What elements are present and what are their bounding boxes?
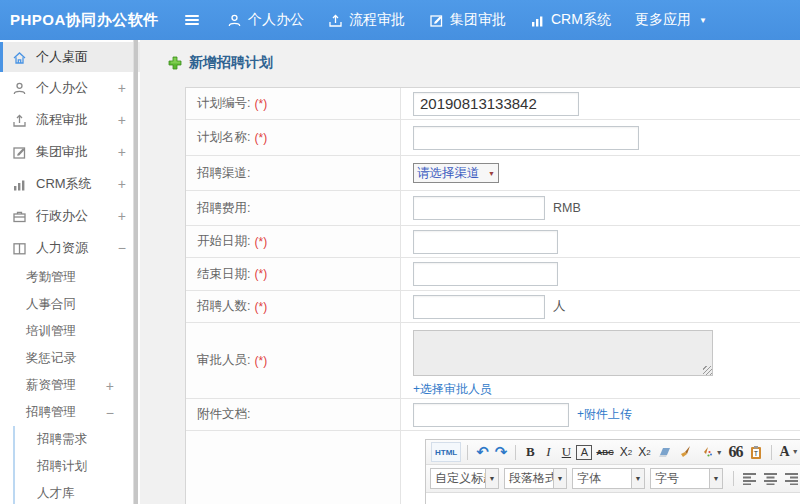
form-row-fee: 招聘费用: RMB <box>186 191 800 226</box>
font-family-select[interactable]: 字体▼ <box>572 468 645 489</box>
field-label: 开始日期: <box>197 233 250 250</box>
required-marker: (*) <box>254 267 267 281</box>
expand-toggle[interactable]: + <box>118 112 126 128</box>
form-row-headcount: 招聘人数:(*) 人 <box>186 291 800 323</box>
sidebar-item-label: 招聘需求 <box>37 431 87 448</box>
sidebar-item-recruit-plan[interactable]: 招聘计划 <box>15 453 140 480</box>
caret-down-icon: ▼ <box>716 449 723 456</box>
form-row-content-editor: HTML ↶ ↷ B I U A ABC X2 X2 <box>186 431 800 504</box>
paragraph-format-select[interactable]: 段落格式▼ <box>504 468 567 489</box>
sidebar-item-label: 行政办公 <box>36 207 88 225</box>
sidebar-item-personal-office[interactable]: 个人办公 + <box>0 72 140 104</box>
hamburger-menu-icon[interactable] <box>185 15 199 26</box>
topnav-label: 流程审批 <box>349 11 405 29</box>
font-size-select[interactable]: 字号▼ <box>650 468 723 489</box>
form-row-plan-name: 计划名称:(*) <box>186 120 800 156</box>
topnav-personal-office[interactable]: 个人办公 <box>227 11 304 29</box>
italic-button[interactable]: I <box>540 442 556 462</box>
align-left-button[interactable] <box>740 469 759 489</box>
sidebar-item-label: 招聘计划 <box>37 458 87 475</box>
topnav-label: 集团审批 <box>450 11 506 29</box>
sidebar-item-label: 人事合同 <box>26 296 76 313</box>
expand-toggle[interactable]: + <box>106 378 114 394</box>
sidebar-item-training[interactable]: 培训管理 <box>0 318 140 345</box>
sidebar-item-personal-desktop[interactable]: 个人桌面 <box>0 42 140 72</box>
top-nav: 个人办公 流程审批 集团审批 CRM系统 更多应用 ▼ <box>227 11 731 29</box>
sidebar-item-label: 集团审批 <box>36 143 88 161</box>
collapse-toggle[interactable]: − <box>118 240 126 256</box>
superscript-button[interactable]: X2 <box>618 442 634 462</box>
caret-down-icon: ▼ <box>553 469 566 488</box>
format-painter-button[interactable]: ▼ <box>697 442 725 462</box>
sidebar-item-group-approval[interactable]: 集团审批 + <box>0 136 140 168</box>
choose-approvers-link[interactable]: +选择审批人员 <box>413 381 492 398</box>
strikethrough-button[interactable]: ABC <box>594 442 615 462</box>
topnav-group-approval[interactable]: 集团审批 <box>429 11 506 29</box>
redo-button[interactable]: ↷ <box>493 442 510 462</box>
sidebar-item-rewards[interactable]: 奖惩记录 <box>0 345 140 372</box>
home-icon <box>12 50 27 65</box>
headcount-unit: 人 <box>553 298 566 315</box>
required-marker: (*) <box>254 97 267 111</box>
align-center-button[interactable] <box>761 469 780 489</box>
plus-green-icon <box>168 56 182 70</box>
sidebar-item-hr-contract[interactable]: 人事合同 <box>0 291 140 318</box>
start-date-input[interactable] <box>413 230 558 254</box>
flow-icon <box>12 113 27 128</box>
underline-button[interactable]: U <box>558 442 574 462</box>
bold-button[interactable]: B <box>522 442 538 462</box>
headcount-input[interactable] <box>413 295 545 319</box>
end-date-input[interactable] <box>413 262 558 286</box>
sidebar-item-attendance[interactable]: 考勤管理 <box>0 264 140 291</box>
sidebar-hr-submenu: 考勤管理 人事合同 培训管理 奖惩记录 薪资管理 + 招聘管理 − <box>0 264 140 504</box>
plan-name-input[interactable] <box>413 126 639 150</box>
align-right-button[interactable] <box>782 469 800 489</box>
custom-heading-select[interactable]: 自定义标题▼ <box>430 468 499 489</box>
approve-icon <box>12 145 27 160</box>
fee-input[interactable] <box>413 196 545 220</box>
plan-number-input[interactable] <box>413 92 579 116</box>
expand-toggle[interactable]: + <box>118 176 126 192</box>
editor-toolbar-row2: 自定义标题▼ 段落格式▼ 字体▼ 字号▼ <box>426 465 800 493</box>
sidebar-item-recruit-need[interactable]: 招聘需求 <box>15 426 140 453</box>
sidebar-item-admin-office[interactable]: 行政办公 + <box>0 200 140 232</box>
channel-select[interactable]: 请选择渠道 ▼ <box>413 163 499 183</box>
sidebar-item-crm[interactable]: CRM系统 + <box>0 168 140 200</box>
user-icon <box>12 81 27 96</box>
field-label: 招聘费用: <box>197 200 250 217</box>
brush-button[interactable] <box>676 442 695 462</box>
topnav-label: 个人办公 <box>248 11 304 29</box>
border-char-button[interactable]: A <box>576 445 592 460</box>
topnav-workflow-approval[interactable]: 流程审批 <box>328 11 405 29</box>
subscript-button[interactable]: X2 <box>636 442 652 462</box>
sidebar-item-hr[interactable]: 人力资源 − <box>0 232 140 264</box>
paste-text-button[interactable]: T <box>747 442 765 462</box>
sidebar-item-salary[interactable]: 薪资管理 + <box>0 372 140 399</box>
expand-toggle[interactable]: + <box>118 208 126 224</box>
sidebar-item-recruit-mgmt[interactable]: 招聘管理 − <box>0 399 140 426</box>
undo-button[interactable]: ↶ <box>474 442 491 462</box>
caret-down-icon: ▼ <box>485 469 498 488</box>
editor-content-area[interactable] <box>426 493 800 504</box>
sidebar-scrollbar[interactable] <box>133 40 138 504</box>
collapse-toggle[interactable]: − <box>106 405 114 421</box>
approve-icon <box>429 13 444 28</box>
field-label: 附件文档: <box>197 406 250 423</box>
sidebar-item-workflow-approval[interactable]: 流程审批 + <box>0 104 140 136</box>
topnav-more-apps[interactable]: 更多应用 ▼ <box>635 11 707 29</box>
sidebar-item-talent-pool[interactable]: 人才库 <box>15 480 140 504</box>
rich-text-editor: HTML ↶ ↷ B I U A ABC X2 X2 <box>425 439 800 504</box>
font-color-button[interactable]: A▼ <box>778 442 800 462</box>
topnav-label: 更多应用 <box>635 11 691 29</box>
attachment-upload-link[interactable]: +附件上传 <box>577 406 632 423</box>
expand-toggle[interactable]: + <box>118 80 126 96</box>
approvers-textarea[interactable] <box>413 330 713 376</box>
expand-toggle[interactable]: + <box>118 144 126 160</box>
field-label: 结束日期: <box>197 266 250 283</box>
eraser-button[interactable] <box>655 442 674 462</box>
topnav-crm[interactable]: CRM系统 <box>530 11 611 29</box>
source-code-button[interactable]: HTML <box>431 442 461 462</box>
attachment-input[interactable] <box>413 403 569 427</box>
blockquote-button[interactable]: 66 <box>727 442 745 462</box>
sidebar-item-label: 个人办公 <box>36 79 88 97</box>
